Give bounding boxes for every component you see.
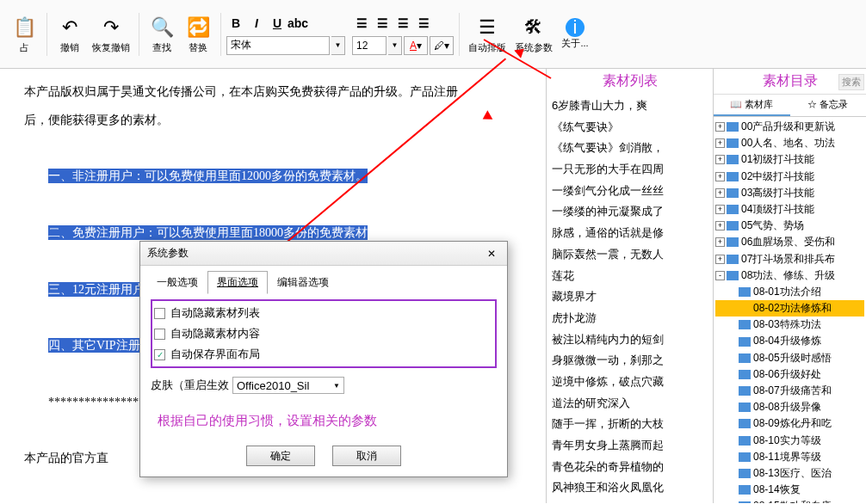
list-item[interactable]: 被注以精纯内力的短剑	[552, 329, 708, 351]
align-justify-button[interactable]: ☰	[414, 14, 433, 33]
cancel-button[interactable]: 取消	[332, 446, 401, 466]
tree-item[interactable]: 08-15散功和自废	[715, 498, 864, 503]
sys-param-dialog: 系统参数 ✕ 一般选项 界面选项 编辑器选项 自动隐藏素材列表 自动隐藏素材内容…	[139, 241, 508, 477]
bold-button[interactable]: B	[226, 14, 245, 33]
tree-item[interactable]: 08-14恢复	[715, 482, 864, 498]
font-dropdown-icon[interactable]: ▼	[331, 36, 345, 55]
search-button[interactable]: 搜索	[838, 74, 864, 90]
tree-item[interactable]: +04顶级打斗技能	[715, 201, 864, 218]
material-list[interactable]: 6岁膝青山大力，爽 《练气要诀》 《练气要诀》剑消散，一只无形的大手在四周一缕剑…	[547, 94, 713, 503]
list-item[interactable]: 随手一挥，折断的大枝	[552, 414, 708, 435]
list-item[interactable]: 青年男女身上蒸腾而起	[552, 435, 708, 457]
material-list-panel: 素材列表 6岁膝青山大力，爽 《练气要诀》 《练气要诀》剑消散，一只无形的大手在…	[546, 69, 713, 503]
chk-hide-content[interactable]	[154, 329, 165, 340]
main-toolbar: 📋占 ↶撤销 ↷恢复撤销 🔍查找 🔁替换 B I U abc 宋体 ▼ ☰ ☰ …	[0, 0, 866, 69]
tree-item[interactable]: 08-03特殊功法	[715, 317, 864, 333]
tree-item[interactable]: 08-06升级好处	[715, 366, 864, 383]
tree-item[interactable]: +01初级打斗技能	[715, 151, 864, 168]
dialog-note: 根据自己的使用习惯，设置相关的参数	[151, 397, 497, 429]
tab-editor[interactable]: 编辑器选项	[268, 271, 338, 294]
ok-button[interactable]: 确定	[246, 446, 315, 466]
list-item[interactable]: 道法的研究深入	[552, 393, 708, 415]
tree-item[interactable]: +05气势、势场	[715, 218, 864, 234]
list-item[interactable]: 莲花	[552, 266, 708, 287]
list-item[interactable]: 藏境界才	[552, 286, 708, 308]
paste-button[interactable]: 📋占	[7, 9, 41, 60]
tree-item[interactable]: 08-13医疗、医治	[715, 465, 864, 482]
tree-item[interactable]: +00产品升级和更新说	[715, 119, 864, 135]
redo-button[interactable]: ↷恢复撤销	[89, 9, 133, 60]
about-button[interactable]: i关于...	[558, 9, 592, 60]
find-button[interactable]: 🔍查找	[145, 9, 179, 60]
tab-general[interactable]: 一般选项	[147, 271, 207, 294]
material-list-title: 素材列表	[547, 69, 713, 94]
chk-hide-list[interactable]	[154, 308, 165, 319]
align-right-button[interactable]: ☰	[393, 14, 412, 33]
list-item[interactable]: 逆境中修炼，破点穴藏	[552, 372, 708, 393]
font-size-select[interactable]: 12	[352, 36, 387, 55]
tree-item[interactable]: -08功法、修练、升级	[715, 267, 864, 284]
chk-save-layout[interactable]: ✓	[154, 349, 165, 360]
list-item[interactable]: 风神狼王和浴火凤凰化	[552, 477, 708, 499]
tree-item[interactable]: 08-01功法介绍	[715, 284, 864, 300]
list-item[interactable]: 虎扑龙游	[552, 308, 708, 329]
font-color-button[interactable]: A▾	[404, 36, 428, 55]
dialog-titlebar: 系统参数 ✕	[140, 242, 507, 266]
tree-item[interactable]: +00人名、地名、功法	[715, 135, 864, 151]
align-left-button[interactable]: ☰	[352, 14, 371, 33]
tab-memo[interactable]: ☆ 备忘录	[790, 95, 867, 116]
list-item[interactable]: 脑际轰然一震，无数人	[552, 244, 708, 266]
tree-item[interactable]: 08-04升级修炼	[715, 333, 864, 349]
strike-button[interactable]: abc	[288, 14, 307, 33]
tree-item[interactable]: 08-02功法修炼和	[715, 300, 864, 317]
auto-layout-button[interactable]: ☰自动排版	[465, 9, 510, 60]
tree-item[interactable]: +02中级打斗技能	[715, 169, 864, 185]
material-tree-panel: 素材目录 📖 素材库 ☆ 备忘录 +00产品升级和更新说+00人名、地名、功法+…	[713, 69, 866, 503]
close-icon[interactable]: ✕	[483, 248, 500, 260]
list-item[interactable]: 6岁膝青山大力，爽	[552, 95, 708, 117]
tree-item[interactable]: 08-08升级异像	[715, 399, 864, 415]
checkbox-highlight-box: 自动隐藏素材列表 自动隐藏素材内容 ✓自动保存界面布局	[151, 299, 497, 368]
list-item[interactable]: 青色花朵的奇异植物的	[552, 457, 708, 478]
tree-item[interactable]: 08-10实力等级	[715, 433, 864, 449]
tab-material-lib[interactable]: 📖 素材库	[714, 95, 790, 116]
list-item[interactable]: 身躯微微一动，刹那之	[552, 350, 708, 372]
list-item[interactable]: 一只无形的大手在四周	[552, 159, 708, 181]
tab-ui[interactable]: 界面选项	[207, 271, 268, 294]
replace-button[interactable]: 🔁替换	[181, 9, 215, 60]
skin-select[interactable]: Office2010_Sil▼	[232, 377, 344, 394]
sys-param-button[interactable]: 🛠系统参数	[511, 9, 556, 60]
tree-item[interactable]: +07打斗场景和排兵布	[715, 251, 864, 267]
tree-item[interactable]: +03高级打斗技能	[715, 185, 864, 201]
undo-button[interactable]: ↶撤销	[53, 9, 87, 60]
list-item[interactable]: 《练气要诀》剑消散，	[552, 138, 708, 159]
list-item[interactable]: 一缕缕的神元凝聚成了	[552, 201, 708, 223]
material-tree[interactable]: +00产品升级和更新说+00人名、地名、功法+01初级打斗技能+02中级打斗技能…	[714, 117, 866, 503]
tree-item[interactable]: 08-05升级时感悟	[715, 350, 864, 366]
skin-label: 皮肤（重启生效	[151, 378, 229, 393]
list-item[interactable]: 脉感，通俗的话就是修	[552, 223, 708, 244]
tree-item[interactable]: +06血腥场景、受伤和	[715, 234, 864, 250]
tree-item[interactable]: 08-11境界等级	[715, 449, 864, 465]
tree-item[interactable]: 08-07升级痛苦和	[715, 383, 864, 399]
highlight-button[interactable]: 🖊▾	[430, 36, 454, 55]
dialog-title-text: 系统参数	[147, 246, 189, 261]
font-select[interactable]: 宋体	[226, 36, 330, 55]
italic-button[interactable]: I	[247, 14, 266, 33]
tree-item[interactable]: 08-09炼化丹和吃	[715, 415, 864, 432]
list-item[interactable]: 一缕剑气分化成一丝丝	[552, 181, 708, 202]
list-item[interactable]: 《练气要诀》	[552, 117, 708, 138]
font-size-dropdown-icon[interactable]: ▼	[388, 36, 402, 55]
list-item[interactable]: 风神秀将身心完全付诸	[552, 499, 708, 503]
align-center-button[interactable]: ☰	[373, 14, 392, 33]
underline-button[interactable]: U	[268, 14, 287, 33]
